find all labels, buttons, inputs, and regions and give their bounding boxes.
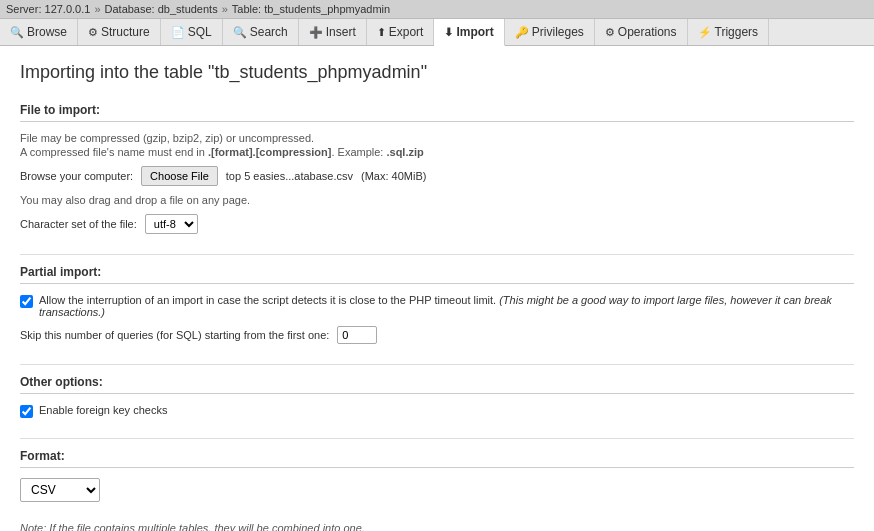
- file-info-2-prefix: A compressed file's name must end in: [20, 146, 208, 158]
- breadcrumb-sep1: »: [94, 3, 100, 15]
- skip-label: Skip this number of queries (for SQL) st…: [20, 329, 329, 341]
- tab-export[interactable]: ⬆ Export: [367, 19, 435, 45]
- page-title: Importing into the table "tb_students_ph…: [20, 62, 854, 83]
- tab-search-label: Search: [250, 25, 288, 39]
- tab-browse[interactable]: 🔍 Browse: [0, 19, 78, 45]
- file-info-1: File may be compressed (gzip, bzip2, zip…: [20, 132, 854, 144]
- breadcrumb-database: Database: db_students: [105, 3, 218, 15]
- allow-interrupt-row: Allow the interruption of an import in c…: [20, 294, 854, 318]
- format-select-wrap: CSV SQL JSON XML ODS XLSX: [20, 478, 854, 502]
- browse-row: Browse your computer: Choose File top 5 …: [20, 166, 854, 186]
- tab-insert-label: Insert: [326, 25, 356, 39]
- structure-icon: ⚙: [88, 26, 98, 39]
- note-text: Note: If the file contains multiple tabl…: [20, 522, 854, 531]
- skip-row: Skip this number of queries (for SQL) st…: [20, 326, 854, 344]
- charset-row: Character set of the file: utf-8: [20, 214, 854, 234]
- file-info-2: A compressed file's name must end in .[f…: [20, 146, 854, 158]
- tab-sql[interactable]: 📄 SQL: [161, 19, 223, 45]
- format-section: Format: CSV SQL JSON XML ODS XLSX: [20, 449, 854, 502]
- triggers-icon: ⚡: [698, 26, 712, 39]
- allow-interrupt-label: Allow the interruption of an import in c…: [39, 294, 854, 318]
- breadcrumb-server: Server: 127.0.0.1: [6, 3, 90, 15]
- tab-privileges[interactable]: 🔑 Privileges: [505, 19, 595, 45]
- foreign-key-row: Enable foreign key checks: [20, 404, 854, 418]
- drag-drop-text: You may also drag and drop a file on any…: [20, 194, 854, 206]
- browse-icon: 🔍: [10, 26, 24, 39]
- breadcrumb-bar: Server: 127.0.0.1 » Database: db_student…: [0, 0, 874, 19]
- format-header: Format:: [20, 449, 854, 468]
- choose-file-button[interactable]: Choose File: [141, 166, 218, 186]
- breadcrumb-table: Table: tb_students_phpmyadmin: [232, 3, 390, 15]
- tab-operations[interactable]: ⚙ Operations: [595, 19, 688, 45]
- export-icon: ⬆: [377, 26, 386, 39]
- foreign-key-label: Enable foreign key checks: [39, 404, 167, 416]
- file-info-2-bold: .[format].[compression]: [208, 146, 331, 158]
- format-select[interactable]: CSV SQL JSON XML ODS XLSX: [20, 478, 100, 502]
- skip-input[interactable]: [337, 326, 377, 344]
- other-options-header: Other options:: [20, 375, 854, 394]
- allow-interrupt-checkbox[interactable]: [20, 295, 33, 308]
- tab-import[interactable]: ⬇ Import: [434, 19, 504, 46]
- foreign-key-checkbox[interactable]: [20, 405, 33, 418]
- tab-export-label: Export: [389, 25, 424, 39]
- browse-label: Browse your computer:: [20, 170, 133, 182]
- sql-icon: 📄: [171, 26, 185, 39]
- tab-triggers-label: Triggers: [715, 25, 759, 39]
- search-icon: 🔍: [233, 26, 247, 39]
- file-to-import-section: File to import: File may be compressed (…: [20, 103, 854, 234]
- divider-3: [20, 438, 854, 439]
- file-hint: top 5 easies...atabase.csv: [226, 170, 353, 182]
- charset-label: Character set of the file:: [20, 218, 137, 230]
- tab-structure-label: Structure: [101, 25, 150, 39]
- privileges-icon: 🔑: [515, 26, 529, 39]
- breadcrumb-sep2: »: [222, 3, 228, 15]
- divider-2: [20, 364, 854, 365]
- file-info-2-example: .sql.zip: [386, 146, 423, 158]
- max-size: (Max: 40MiB): [361, 170, 426, 182]
- other-options-section: Other options: Enable foreign key checks: [20, 375, 854, 418]
- tab-insert[interactable]: ➕ Insert: [299, 19, 367, 45]
- charset-select[interactable]: utf-8: [145, 214, 198, 234]
- tab-privileges-label: Privileges: [532, 25, 584, 39]
- partial-import-section: Partial import: Allow the interruption o…: [20, 265, 854, 344]
- tab-browse-label: Browse: [27, 25, 67, 39]
- divider-1: [20, 254, 854, 255]
- file-to-import-header: File to import:: [20, 103, 854, 122]
- main-content: Importing into the table "tb_students_ph…: [0, 46, 874, 531]
- tab-triggers[interactable]: ⚡ Triggers: [688, 19, 770, 45]
- insert-icon: ➕: [309, 26, 323, 39]
- import-icon: ⬇: [444, 26, 453, 39]
- partial-import-header: Partial import:: [20, 265, 854, 284]
- tab-search[interactable]: 🔍 Search: [223, 19, 299, 45]
- tab-structure[interactable]: ⚙ Structure: [78, 19, 161, 45]
- tab-sql-label: SQL: [188, 25, 212, 39]
- operations-icon: ⚙: [605, 26, 615, 39]
- tab-navigation: 🔍 Browse ⚙ Structure 📄 SQL 🔍 Search ➕ In…: [0, 19, 874, 46]
- tab-operations-label: Operations: [618, 25, 677, 39]
- tab-import-label: Import: [456, 25, 493, 39]
- file-info-2-suffix: . Example:: [331, 146, 386, 158]
